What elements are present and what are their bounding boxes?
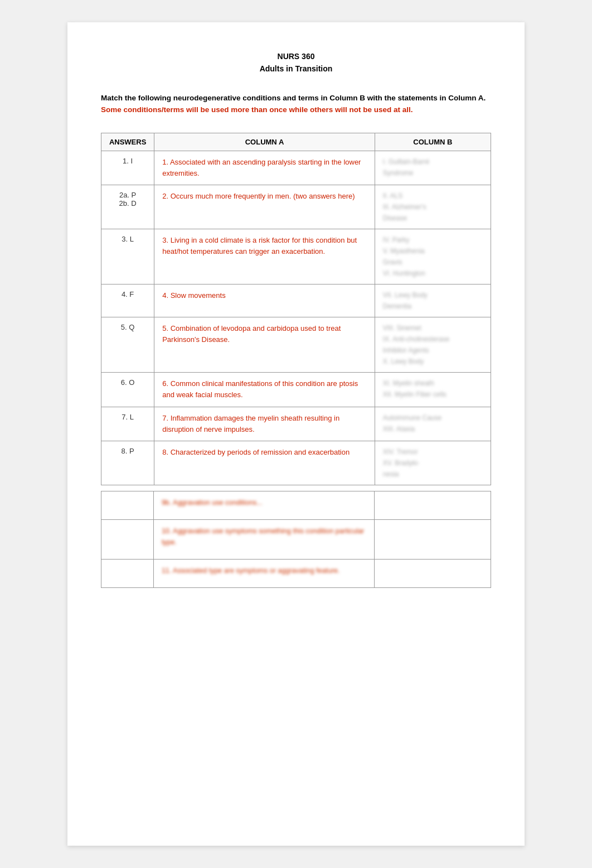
- blurred-answer-11: [101, 559, 154, 587]
- col-a-text-1: 1. Associated with an ascending paralysi…: [162, 157, 367, 179]
- answer-2: 2a. P 2b. D: [101, 185, 154, 229]
- extra-table: 9b. Aggravation use conditions... 10. Ag…: [101, 491, 491, 588]
- blurred-col-a-11: 11. Associated type are symptoms or aggr…: [153, 559, 374, 587]
- page-title: NURS 360 Adults in Transition: [101, 50, 491, 75]
- answer-text-2: 2a. P 2b. D: [119, 191, 137, 208]
- table-row-5: 5. Q5. Combination of levodopa and carbi…: [101, 317, 491, 373]
- blurred-col-a-10: 10. Aggravation use symptoms something t…: [153, 519, 374, 559]
- col-a-header: COLUMN A: [154, 133, 375, 151]
- blurred-text-9: 9b. Aggravation use conditions...: [162, 497, 366, 508]
- table-row-1: 1. I1. Associated with an ascending para…: [101, 151, 491, 185]
- col-b-item-7-2: XIII. Ataxia: [383, 424, 483, 434]
- col-b-cell-3: IV. ParkyV. MyastheniaGravisVI. Huntingt…: [375, 229, 491, 284]
- answer-1: 1. I: [101, 151, 154, 185]
- instructions: Match the following neurodegenerative co…: [101, 92, 491, 116]
- answer-5: 5. Q: [101, 317, 154, 373]
- col-b-blurred-8: XIV. TremorXV. Bradyki-nesia: [383, 447, 483, 479]
- col-b-cell-2: II. ALSIII. Alzheimer'sDisease: [375, 185, 491, 229]
- extra-blurred-area: 9b. Aggravation use conditions... 10. Ag…: [101, 491, 491, 588]
- col-answers-header: ANSWERS: [101, 133, 154, 151]
- answer-7: 7. L: [101, 407, 154, 441]
- col-a-text-2: 2. Occurs much more frequently in men. (…: [162, 191, 367, 202]
- blurred-row-9: 9b. Aggravation use conditions...: [101, 491, 491, 519]
- title-line2: Adults in Transition: [260, 64, 333, 73]
- col-a-cell-5: 5. Combination of levodopa and carbidopa…: [154, 317, 375, 373]
- col-b-cell-6: XI. Myelin sheathXII. Myelin Fiber cells: [375, 373, 491, 407]
- col-b-item-3-4: VI. Huntington: [383, 268, 483, 278]
- col-b-cell-7: Autoimmune CauseXIII. Ataxia: [375, 407, 491, 441]
- col-b-blurred-2: II. ALSIII. Alzheimer'sDisease: [383, 191, 483, 223]
- table-row-7: 7. L7. Inflammation damages the myelin s…: [101, 407, 491, 441]
- col-a-text-7: 7. Inflammation damages the myelin sheat…: [162, 413, 367, 435]
- col-b-item-5-1: VIII. Sinemet: [383, 323, 483, 333]
- col-b-item-3-3: Gravis: [383, 257, 483, 267]
- col-a-cell-8: 8. Characterized by periods of remission…: [154, 441, 375, 485]
- blurred-text-11: 11. Associated type are symptoms or aggr…: [162, 565, 366, 576]
- blurred-col-b-11: [375, 559, 491, 587]
- col-b-cell-4: VII. Lewy BodyDementia: [375, 284, 491, 317]
- col-b-item-5-4: X. Lewy Body: [383, 356, 483, 367]
- col-a-cell-1: 1. Associated with an ascending paralysi…: [154, 151, 375, 185]
- instructions-part1: Match the following neurodegenerative co…: [101, 94, 486, 102]
- answer-text-4: 4. F: [122, 290, 134, 298]
- answer-text-8: 8. P: [122, 447, 134, 455]
- col-a-cell-6: 6. Common clinical manifestations of thi…: [154, 373, 375, 407]
- col-b-header: COLUMN B: [375, 133, 491, 151]
- col-b-item-4-2: Dementia: [383, 301, 483, 311]
- col-a-text-4: 4. Slow movements: [162, 290, 367, 301]
- col-b-cell-5: VIII. SinemetIX. Anti-cholinesteraseInhi…: [375, 317, 491, 373]
- page-header: NURS 360 Adults in Transition: [101, 50, 491, 75]
- table-row-3: 3. L3. Living in a cold climate is a ris…: [101, 229, 491, 284]
- answer-4: 4. F: [101, 284, 154, 317]
- col-a-cell-3: 3. Living in a cold climate is a risk fa…: [154, 229, 375, 284]
- col-b-item-6-2: XII. Myelin Fiber cells: [383, 389, 483, 399]
- instructions-part2: Some conditions/terms will be used more …: [101, 105, 413, 114]
- col-b-item-4-1: VII. Lewy Body: [383, 290, 483, 300]
- page: NURS 360 Adults in Transition Match the …: [67, 22, 525, 846]
- col-b-item-8-2: XV. Bradyki-: [383, 458, 483, 468]
- col-b-blurred-4: VII. Lewy BodyDementia: [383, 290, 483, 311]
- col-b-item-1-2: Syndrome: [383, 168, 483, 178]
- answer-text-6: 6. O: [121, 378, 135, 387]
- blurred-row-10: 10. Aggravation use symptoms something t…: [101, 519, 491, 559]
- table-row-4: 4. F4. Slow movementsVII. Lewy BodyDemen…: [101, 284, 491, 317]
- answer-8: 8. P: [101, 441, 154, 485]
- answer-text-5: 5. Q: [121, 323, 135, 331]
- blurred-text-10: 10. Aggravation use symptoms something t…: [162, 525, 366, 548]
- col-a-cell-2: 2. Occurs much more frequently in men. (…: [154, 185, 375, 229]
- table-row-2: 2a. P 2b. D2. Occurs much more frequentl…: [101, 185, 491, 229]
- col-b-item-5-2: IX. Anti-cholinesterase: [383, 334, 483, 344]
- answer-text-3: 3. L: [122, 235, 134, 243]
- col-a-cell-4: 4. Slow movements: [154, 284, 375, 317]
- blurred-row-11: 11. Associated type are symptoms or aggr…: [101, 559, 491, 587]
- col-b-item-8-3: nesia: [383, 469, 483, 479]
- col-b-item-6-1: XI. Myelin sheath: [383, 378, 483, 388]
- col-b-item-8-1: XIV. Tremor: [383, 447, 483, 457]
- col-b-item-2-3: Disease: [383, 213, 483, 223]
- col-b-cell-1: I. Guillain-BarréSyndrome: [375, 151, 491, 185]
- blurred-col-b-10: [375, 519, 491, 559]
- answer-text-7: 7. L: [122, 413, 134, 421]
- answer-3: 3. L: [101, 229, 154, 284]
- blurred-col-a-9: 9b. Aggravation use conditions...: [153, 491, 374, 519]
- col-b-blurred-6: XI. Myelin sheathXII. Myelin Fiber cells: [383, 378, 483, 399]
- col-b-item-2-1: II. ALS: [383, 191, 483, 201]
- col-a-cell-7: 7. Inflammation damages the myelin sheat…: [154, 407, 375, 441]
- col-b-blurred-3: IV. ParkyV. MyastheniaGravisVI. Huntingt…: [383, 235, 483, 278]
- blurred-answer-10: [101, 519, 154, 559]
- answer-text-1: 1. I: [123, 157, 133, 165]
- table-row-8: 8. P8. Characterized by periods of remis…: [101, 441, 491, 485]
- col-b-cell-8: XIV. TremorXV. Bradyki-nesia: [375, 441, 491, 485]
- col-a-text-6: 6. Common clinical manifestations of thi…: [162, 378, 367, 401]
- match-table: ANSWERS COLUMN A COLUMN B 1. I1. Associa…: [101, 133, 491, 485]
- col-b-blurred-1: I. Guillain-BarréSyndrome: [383, 157, 483, 178]
- title-line1: NURS 360: [278, 52, 315, 61]
- col-b-blurred-7: Autoimmune CauseXIII. Ataxia: [383, 413, 483, 434]
- col-b-item-2-2: III. Alzheimer's: [383, 202, 483, 212]
- col-b-item-7-1: Autoimmune Cause: [383, 413, 483, 423]
- col-a-text-5: 5. Combination of levodopa and carbidopa…: [162, 323, 367, 345]
- col-a-text-8: 8. Characterized by periods of remission…: [162, 447, 367, 458]
- blurred-col-b-9: [375, 491, 491, 519]
- col-b-item-3-1: IV. Parky: [383, 235, 483, 245]
- col-b-item-1-1: I. Guillain-Barré: [383, 157, 483, 167]
